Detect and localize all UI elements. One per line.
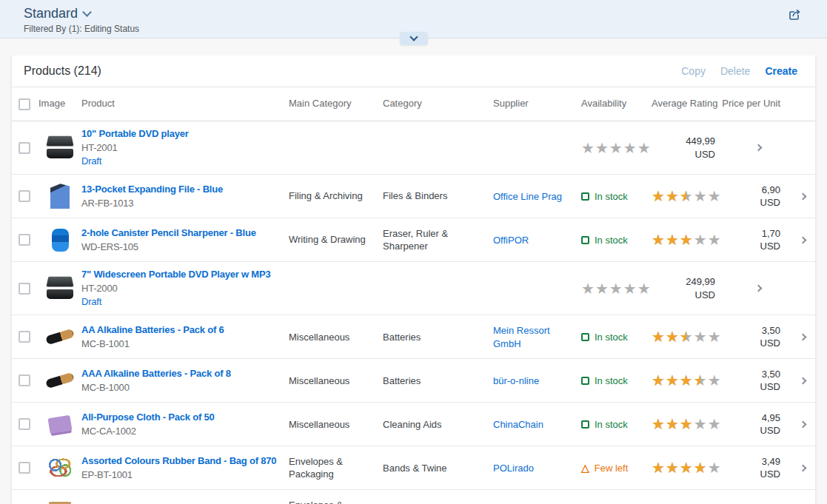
availability-cell: In stock	[581, 191, 652, 202]
availability-cell: In stock	[581, 332, 652, 343]
row-checkbox[interactable]	[19, 374, 30, 386]
row-checkbox[interactable]	[19, 190, 30, 202]
table-row[interactable]: All-Purpose Cloth - Pack of 50 MC-CA-100…	[12, 403, 815, 446]
availability-cell: Few left	[581, 462, 652, 474]
variant-title: Standard	[24, 6, 78, 21]
create-button[interactable]: Create	[757, 61, 805, 81]
product-name-link[interactable]: AAA Alkaline Batteries - Pack of 8	[81, 367, 280, 381]
availability-label: In stock	[595, 419, 628, 430]
header-collapse-button[interactable]	[400, 32, 428, 45]
category-cell: Eraser, Ruler & Sharpener	[383, 227, 493, 253]
product-name-link[interactable]: AA Alkaline Batteries - Pack of 6	[81, 323, 280, 337]
chevron-right-icon[interactable]	[800, 236, 807, 243]
supplier-link[interactable]: OffiPOR	[493, 235, 529, 246]
delete-button[interactable]: Delete	[713, 61, 757, 81]
product-id: MC-B-1001	[81, 337, 280, 351]
supplier-link[interactable]: bür-o-nline	[493, 375, 539, 386]
chevron-right-icon[interactable]	[754, 285, 762, 292]
row-checkbox[interactable]	[19, 331, 30, 343]
availability-cell: In stock	[581, 375, 652, 386]
availability-icon	[581, 420, 589, 429]
product-id: WD-ERS-105	[81, 241, 280, 254]
product-image	[44, 496, 76, 504]
variant-selector[interactable]: Standard	[24, 6, 90, 21]
chevron-down-icon	[82, 7, 92, 17]
copy-button[interactable]: Copy	[674, 61, 713, 81]
table-row[interactable]: AAA Alkaline Batteries - Pack of 8 MC-B-…	[12, 359, 815, 403]
column-header-average-rating: Average Rating	[652, 98, 726, 110]
chevron-right-icon[interactable]	[800, 377, 807, 384]
availability-icon	[581, 462, 589, 474]
product-id: MC-CA-1002	[81, 425, 280, 438]
product-table-body: 10" Portable DVD player HT-2001 Draft ★★…	[12, 121, 815, 504]
product-id: EP-BT-1001	[81, 468, 280, 482]
product-image	[44, 273, 76, 304]
star-rating: ★★★★★ ★★★★★	[652, 373, 722, 388]
price-cell: 1,70 USD	[726, 227, 791, 253]
product-name-link[interactable]: 2-hole Canister Pencil Sharpener - Blue	[81, 226, 280, 241]
supplier-link[interactable]: ChinaChain	[493, 419, 543, 430]
chevron-right-icon[interactable]	[800, 464, 807, 471]
product-name-link[interactable]: Assorted Colours Rubber Band - Bag of 87…	[81, 454, 280, 468]
price-currency: USD	[760, 196, 780, 209]
star-rating: ★★★★★ ★★★★★	[581, 141, 652, 155]
product-id: HT-2001	[81, 141, 280, 155]
supplier-link[interactable]: Office Line Prag	[493, 191, 562, 202]
main-category-cell: Writing & Drawing	[289, 233, 383, 246]
price-amount: 3,49	[762, 455, 780, 468]
category-cell: Files & Binders	[383, 189, 493, 203]
table-row[interactable]: 2-hole Canister Pencil Sharpener - Blue …	[12, 218, 815, 262]
availability-cell: In stock	[581, 235, 652, 246]
price-amount: 3,50	[762, 368, 780, 381]
table-row[interactable]: 10" Portable DVD player HT-2001 Draft ★★…	[12, 121, 815, 175]
table-row[interactable]: AA Alkaline Batteries - Pack of 6 MC-B-1…	[12, 315, 815, 359]
supplier-link[interactable]: Mein Ressort GmbH	[493, 325, 550, 350]
row-checkbox[interactable]	[19, 234, 30, 246]
chevron-right-icon[interactable]	[800, 420, 807, 428]
price-amount: 449,99	[686, 135, 715, 148]
product-name-link[interactable]: All-Purpose Cloth - Pack of 50	[81, 411, 280, 425]
availability-label: In stock	[595, 332, 628, 343]
select-all-checkbox[interactable]	[19, 98, 30, 110]
product-status-link[interactable]: Draft	[81, 155, 101, 168]
product-name-link[interactable]: 10" Portable DVD player	[81, 127, 280, 141]
table-title: Products (214)	[24, 64, 674, 78]
star-rating-empty: ★★★★★	[581, 281, 652, 296]
price-currency: USD	[760, 337, 780, 350]
star-rating: ★★★★★ ★★★★★	[581, 281, 652, 296]
star-rating-filled: ★★★★★	[652, 417, 694, 431]
supplier-link[interactable]: POLirado	[493, 463, 534, 474]
row-checkbox[interactable]	[19, 283, 30, 295]
chevron-right-icon[interactable]	[800, 192, 807, 200]
price-currency: USD	[760, 424, 780, 437]
product-name-link[interactable]: 13-Pocket Expanding File - Blue	[81, 183, 280, 197]
star-rating: ★★★★★ ★★★★★	[652, 232, 722, 247]
product-name-link[interactable]: 7" Widescreen Portable DVD Player w MP3	[81, 268, 280, 282]
product-id: HT-2000	[81, 282, 280, 295]
table-row[interactable]: Black Bottom Paper Carrier - Pack of 250…	[12, 490, 815, 504]
table-row[interactable]: 7" Widescreen Portable DVD Player w MP3 …	[12, 262, 815, 315]
column-header-product: Product	[81, 98, 289, 110]
product-image	[44, 452, 76, 483]
share-button[interactable]	[789, 7, 803, 22]
chevron-right-icon[interactable]	[754, 144, 762, 152]
star-rating: ★★★★★ ★★★★★	[652, 417, 722, 431]
main-category-cell: Miscellaneous	[289, 331, 383, 344]
star-rating-filled: ★★★★★	[652, 232, 694, 247]
product-status-link[interactable]: Draft	[81, 295, 101, 309]
row-checkbox[interactable]	[19, 142, 30, 154]
product-image	[44, 409, 76, 440]
subheader-strip	[0, 38, 827, 56]
chevron-right-icon[interactable]	[800, 333, 807, 340]
table-row[interactable]: 13-Pocket Expanding File - Blue AR-FB-10…	[12, 175, 815, 218]
availability-icon	[581, 333, 589, 341]
row-checkbox[interactable]	[19, 462, 30, 474]
price-currency: USD	[695, 289, 715, 302]
product-image	[44, 132, 76, 164]
star-rating-empty: ★★★★★	[581, 141, 652, 155]
column-header-category: Category	[383, 98, 493, 110]
table-row[interactable]: Assorted Colours Rubber Band - Bag of 87…	[12, 446, 815, 490]
row-checkbox[interactable]	[19, 418, 30, 430]
product-id: AR-FB-1013	[81, 197, 280, 210]
price-currency: USD	[760, 240, 780, 253]
